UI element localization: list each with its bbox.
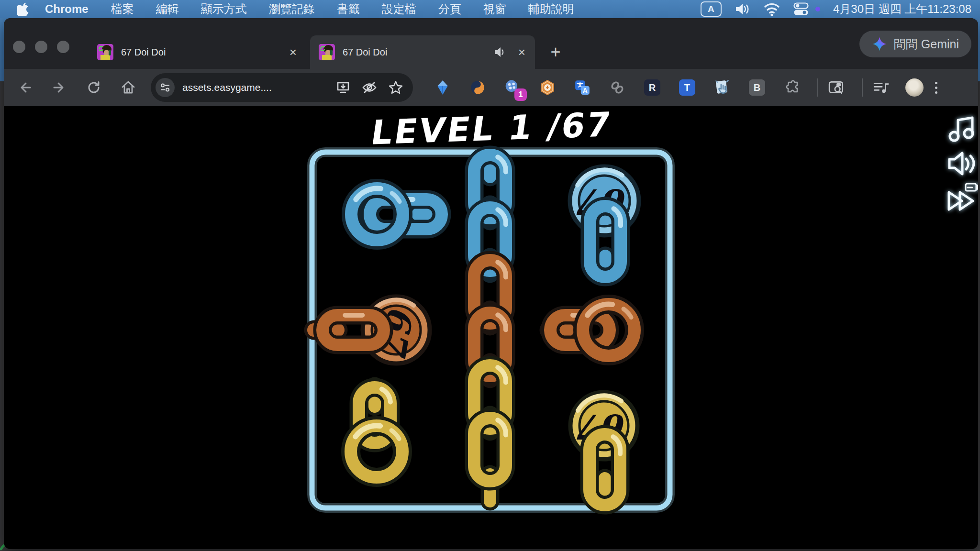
minimize-window-button[interactable] xyxy=(35,41,47,53)
new-tab-button[interactable]: + xyxy=(545,41,567,63)
menu-item-chrome[interactable]: Chrome xyxy=(33,2,100,16)
puzzle-extensions-menu-icon[interactable] xyxy=(781,77,802,98)
ask-gemini-label: 問問 Gemini xyxy=(894,36,959,52)
window-controls xyxy=(13,41,69,53)
home-icon[interactable] xyxy=(118,77,139,98)
chain-pieces: 676767 xyxy=(314,155,647,505)
tab-1[interactable]: 67 Doi Doi × xyxy=(89,35,306,69)
menu-item-view[interactable]: 顯示方式 xyxy=(190,1,258,17)
gem-extension-icon[interactable] xyxy=(432,77,453,98)
game-canvas[interactable]: LEVEL 1 /67676767 xyxy=(4,106,978,549)
r-extension-icon[interactable]: R xyxy=(642,77,663,98)
translate-extension-icon[interactable]: A xyxy=(572,77,593,98)
audio-icon[interactable] xyxy=(493,45,507,59)
recording-dot xyxy=(815,7,820,11)
apple-icon xyxy=(17,2,30,16)
reload-icon[interactable] xyxy=(83,77,104,98)
toolbar-divider xyxy=(862,78,863,97)
toolbar-divider xyxy=(817,78,818,97)
macos-menu-bar: Chrome 檔案 編輯 顯示方式 瀏覽記錄 書籤 設定檔 分頁 視窗 輔助說明… xyxy=(0,0,980,18)
site-settings-icon[interactable] xyxy=(156,78,175,97)
b-extension-icon[interactable]: B xyxy=(746,77,768,98)
install-app-icon[interactable] xyxy=(335,80,351,95)
zoom-window-button[interactable] xyxy=(57,41,69,53)
menu-clock[interactable]: 4月30日 週四 上午11:23:08 xyxy=(833,1,971,17)
menu-item-tab[interactable]: 分頁 xyxy=(427,1,472,17)
close-icon[interactable]: × xyxy=(515,45,528,59)
media-playlist-icon[interactable] xyxy=(870,77,891,98)
svg-text:R: R xyxy=(649,82,656,93)
menu-item-help[interactable]: 輔助說明 xyxy=(517,1,585,17)
browser-window: 67 Doi Doi × 67 Doi Doi × + xyxy=(4,18,978,549)
back-icon[interactable] xyxy=(14,77,35,98)
hexagon-download-extension-icon[interactable] xyxy=(537,77,558,98)
wifi-icon[interactable] xyxy=(764,2,780,16)
browser-toolbar: assets.easygame.... xyxy=(4,69,978,106)
menu-item-history[interactable]: 瀏覽記錄 xyxy=(258,1,326,17)
url-text[interactable]: assets.easygame.... xyxy=(182,82,272,93)
menu-item-edit[interactable]: 編輯 xyxy=(145,1,190,17)
favicon xyxy=(97,44,113,60)
chain-links-extension-icon[interactable] xyxy=(607,77,628,98)
tab-title: 67 Doi Doi xyxy=(121,47,280,58)
more-menu-icon[interactable] xyxy=(935,82,937,94)
eye-off-icon[interactable] xyxy=(361,80,378,95)
tab-strip: 67 Doi Doi × 67 Doi Doi × + xyxy=(4,18,978,69)
menu-item-window[interactable]: 視窗 xyxy=(472,1,517,17)
volume-icon[interactable] xyxy=(735,2,751,16)
omnibox-actions xyxy=(335,80,403,95)
svg-text:B: B xyxy=(754,82,761,93)
ask-gemini-button[interactable]: 問問 Gemini xyxy=(859,31,971,57)
menu-status-area: A 4月30日 週四 上午11:23:08 xyxy=(701,1,980,17)
swirl-extension-icon[interactable] xyxy=(467,77,488,98)
gesture-extension-icon[interactable] xyxy=(712,77,733,98)
extension-badge: 1 xyxy=(514,88,527,101)
svg-text:A: A xyxy=(583,87,588,94)
input-source-badge[interactable]: A xyxy=(701,1,722,17)
close-icon[interactable]: × xyxy=(287,45,300,59)
menu-item-profiles[interactable]: 設定檔 xyxy=(371,1,427,17)
address-bar[interactable]: assets.easygame.... xyxy=(151,73,413,102)
sound-icon[interactable] xyxy=(949,153,974,174)
dotted-circle-extension-icon[interactable]: 1 xyxy=(502,77,523,98)
menu-left: Chrome 檔案 編輯 顯示方式 瀏覽記錄 書籤 設定檔 分頁 視窗 輔助說明 xyxy=(0,0,585,18)
profile-avatar[interactable] xyxy=(905,78,924,97)
favicon xyxy=(319,44,335,60)
menu-item-file[interactable]: 檔案 xyxy=(100,1,145,17)
control-center-icon[interactable] xyxy=(793,1,809,17)
web-content: LEVEL 1 /67676767 xyxy=(4,106,978,549)
extensions-row: 1 A R T B xyxy=(432,69,975,106)
menu-item-bookmarks[interactable]: 書籤 xyxy=(326,1,371,17)
t-extension-icon[interactable]: T xyxy=(677,77,698,98)
bookmark-star-icon[interactable] xyxy=(388,80,403,95)
svg-text:T: T xyxy=(684,82,690,93)
skip-ad-icon[interactable] xyxy=(949,192,973,209)
forward-icon[interactable] xyxy=(49,77,70,98)
nav-buttons xyxy=(14,69,139,106)
ad-video-icon[interactable] xyxy=(966,184,978,191)
tab-title: 67 Doi Doi xyxy=(343,47,493,58)
apple-menu[interactable] xyxy=(17,2,30,16)
level-label: LEVEL 1 /67 xyxy=(368,106,615,153)
music-icon[interactable] xyxy=(950,118,973,141)
close-window-button[interactable] xyxy=(13,41,25,53)
tab-2-active[interactable]: 67 Doi Doi × xyxy=(310,35,535,69)
gemini-icon xyxy=(872,36,887,52)
find-in-tabs-icon[interactable] xyxy=(826,77,847,98)
